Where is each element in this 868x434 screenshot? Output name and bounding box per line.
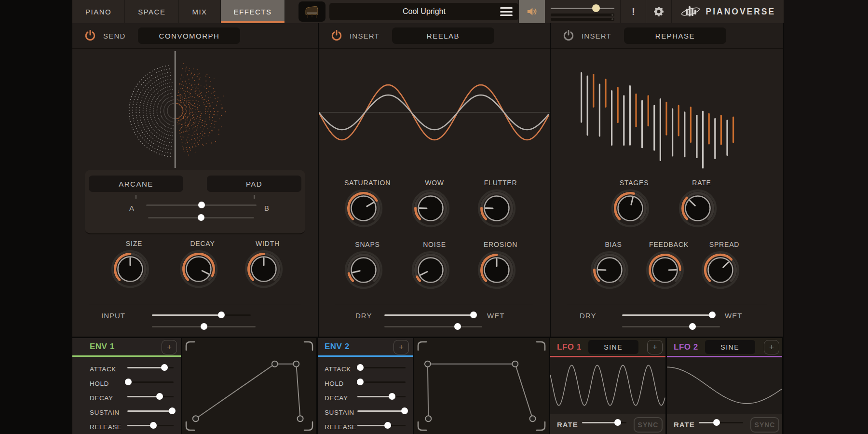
- env2-hold-slider[interactable]: [357, 379, 406, 385]
- env2-sustain-slider[interactable]: [357, 407, 406, 414]
- knob-snaps[interactable]: SNAPS: [342, 241, 393, 291]
- power-button-rephase[interactable]: [561, 28, 576, 43]
- preset-selector[interactable]: Cool Upright: [329, 3, 518, 20]
- lfo2-card: LFO 2SINE+ RATESYNC: [667, 338, 782, 434]
- effect-select-button-rephase[interactable]: REPHASE: [624, 27, 726, 44]
- env1-graph[interactable]: [182, 338, 316, 434]
- slider-fill: [384, 314, 474, 316]
- audio-output-button[interactable]: [519, 0, 545, 23]
- alert-button[interactable]: !: [621, 0, 646, 23]
- lfo1-add-button[interactable]: +: [647, 340, 663, 354]
- slider-thumb[interactable]: [150, 422, 157, 429]
- env2-envelope-curve[interactable]: [414, 338, 549, 434]
- knob-wow[interactable]: WOW: [409, 179, 460, 230]
- knob-feedback[interactable]: FEEDBACK: [644, 241, 694, 291]
- slider-thumb[interactable]: [125, 379, 132, 385]
- effect-select-button-reelab[interactable]: REELAB: [392, 27, 494, 44]
- env2-release-slider[interactable]: [357, 422, 406, 429]
- tab-piano[interactable]: PIANO: [72, 0, 125, 23]
- knob-bias[interactable]: BIAS: [588, 241, 638, 291]
- menu-icon[interactable]: [500, 7, 513, 16]
- lfo1-rate-slider[interactable]: [582, 419, 626, 426]
- env2-attack-slider[interactable]: [357, 364, 406, 371]
- volume-thumb[interactable]: [592, 4, 600, 12]
- knob-saturation[interactable]: SATURATION: [342, 179, 393, 230]
- lfo1-shape-button[interactable]: SINE: [588, 340, 638, 354]
- convolution-morph-visualizer[interactable]: [72, 48, 318, 170]
- power-button-convomorph[interactable]: [83, 28, 97, 43]
- viz-reelab: [319, 48, 550, 170]
- lfo2-sync-button[interactable]: SYNC: [750, 417, 779, 433]
- slider-thumb[interactable]: [201, 323, 207, 330]
- panel-header-rephase: INSERTREPHASE: [551, 23, 783, 49]
- ir-a-button[interactable]: ARCANE: [89, 176, 183, 192]
- env2-graph[interactable]: [414, 338, 549, 434]
- env1-attack-slider[interactable]: [127, 364, 174, 371]
- env1-sustain-slider[interactable]: [127, 407, 174, 414]
- lfo1-graph[interactable]: [550, 357, 665, 414]
- slider-thumb[interactable]: [470, 312, 477, 318]
- env1-add-button[interactable]: +: [162, 340, 177, 354]
- tab-space[interactable]: SPACE: [125, 0, 179, 23]
- knob-erosion[interactable]: EROSION: [475, 241, 526, 291]
- lfo1-sync-button[interactable]: SYNC: [634, 417, 663, 433]
- lfo2-add-button[interactable]: +: [764, 340, 779, 354]
- slider-thumb[interactable]: [169, 407, 176, 414]
- slider-thumb[interactable]: [218, 312, 225, 318]
- slider-thumb[interactable]: [357, 379, 364, 385]
- knob-label: BIAS: [588, 241, 638, 248]
- knob-label: FEEDBACK: [644, 241, 694, 248]
- slider-thumb[interactable]: [389, 393, 395, 400]
- reelab-mix-slider[interactable]: [384, 312, 477, 318]
- rephase-mix-slider[interactable]: [622, 312, 715, 318]
- env1-envelope-curve[interactable]: [182, 338, 316, 434]
- slider-thumb[interactable]: [401, 407, 408, 414]
- slider-thumb[interactable]: [614, 419, 621, 426]
- lfo2-shape-button[interactable]: SINE: [705, 340, 755, 354]
- knob-rate[interactable]: RATE: [677, 179, 727, 230]
- footer-left-label: DRY: [580, 312, 596, 320]
- ir-b-button[interactable]: PAD: [207, 176, 301, 192]
- knob-flutter[interactable]: FLUTTER: [475, 179, 526, 230]
- slider-thumb[interactable]: [357, 364, 364, 371]
- slider-fill: [357, 396, 392, 397]
- slider-thumb[interactable]: [713, 419, 720, 426]
- preset-thumbnail[interactable]: [298, 1, 326, 22]
- morph-aux-slider[interactable]: [148, 214, 254, 221]
- env1-release-slider[interactable]: [127, 422, 174, 429]
- lfo2-graph[interactable]: [667, 357, 782, 414]
- slider-thumb[interactable]: [384, 422, 391, 429]
- power-button-reelab[interactable]: [329, 28, 344, 43]
- convomorph-mix-slider[interactable]: [152, 312, 251, 318]
- morph-ab-slider[interactable]: [146, 202, 257, 208]
- phaser-stages-visualizer[interactable]: [551, 48, 783, 170]
- slider-thumb[interactable]: [198, 214, 204, 221]
- knob-decay[interactable]: DECAY: [177, 240, 228, 290]
- slider-thumb[interactable]: [689, 323, 696, 330]
- slider-thumb[interactable]: [198, 202, 205, 208]
- env1-hold-slider[interactable]: [127, 379, 174, 385]
- env2-add-button[interactable]: +: [393, 340, 409, 354]
- slider-thumb[interactable]: [454, 323, 461, 330]
- tab-effects[interactable]: EFFECTS: [221, 0, 285, 23]
- knob-size[interactable]: SIZE: [109, 240, 159, 290]
- footer-divider: [335, 305, 533, 305]
- slider-thumb[interactable]: [161, 364, 168, 371]
- knob-spread[interactable]: SPREAD: [699, 241, 749, 291]
- volume-slider[interactable]: [551, 8, 614, 9]
- effect-select-button-convomorph[interactable]: CONVOMORPH: [138, 27, 240, 44]
- knob-stages[interactable]: STAGES: [609, 179, 659, 230]
- tab-mix[interactable]: MIX: [179, 0, 220, 23]
- convomorph-mix-aux-slider[interactable]: [152, 323, 256, 330]
- tape-wave-visualizer[interactable]: [319, 48, 550, 170]
- knob-width[interactable]: WIDTH: [243, 240, 293, 290]
- lfo2-rate-slider[interactable]: [699, 419, 743, 426]
- env2-decay-slider[interactable]: [357, 393, 406, 400]
- knob-noise[interactable]: NOISE: [409, 241, 460, 291]
- slider-thumb[interactable]: [709, 312, 716, 318]
- env1-decay-slider[interactable]: [127, 393, 174, 400]
- reelab-mix-aux-slider[interactable]: [384, 323, 482, 330]
- settings-button[interactable]: [646, 0, 671, 23]
- slider-thumb[interactable]: [156, 393, 163, 400]
- rephase-mix-aux-slider[interactable]: [622, 323, 720, 330]
